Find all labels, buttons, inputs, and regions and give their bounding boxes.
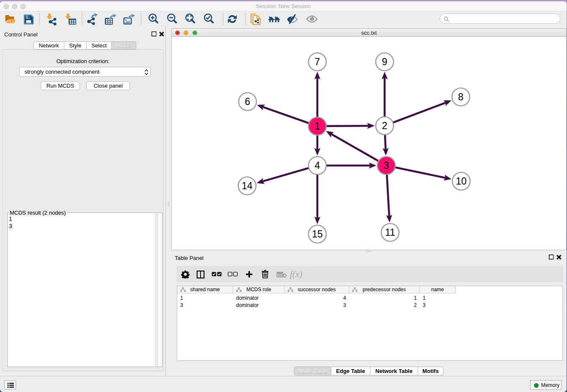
svg-text:4: 4 (315, 160, 320, 171)
svg-text:1: 1 (315, 121, 320, 132)
svg-text:10: 10 (456, 176, 467, 187)
svg-text:9: 9 (382, 56, 388, 67)
svg-text:14: 14 (242, 180, 253, 191)
svg-text:15: 15 (312, 229, 323, 240)
svg-text:11: 11 (385, 227, 395, 238)
svg-text:7: 7 (315, 56, 320, 67)
svg-text:3: 3 (384, 160, 389, 171)
svg-text:2: 2 (382, 120, 388, 131)
svg-text:6: 6 (245, 96, 250, 107)
svg-text:8: 8 (458, 91, 464, 102)
